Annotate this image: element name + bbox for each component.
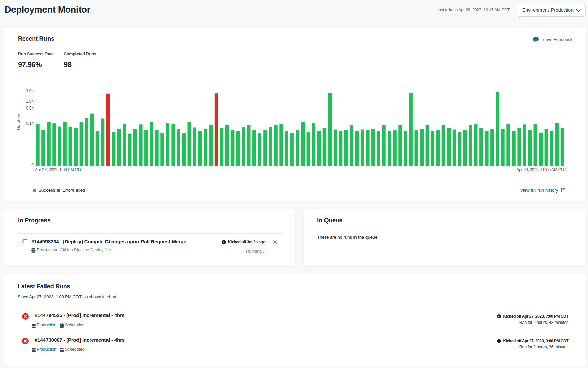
svg-text:0.5h: 0.5h: [26, 106, 34, 111]
svg-text:0.1h: 0.1h: [26, 121, 34, 126]
svg-text:Duration: Duration: [16, 114, 21, 130]
svg-text:Apr 28, 2023, 10:00 AM CDT: Apr 28, 2023, 10:00 AM CDT: [516, 167, 567, 172]
svg-text:Apr 27, 2023, 1:00 PM CDT: Apr 27, 2023, 1:00 PM CDT: [35, 167, 84, 172]
svg-text:3.0h: 3.0h: [26, 89, 34, 93]
svg-text:1.0h: 1.0h: [26, 99, 34, 104]
svg-text:0: 0: [31, 163, 34, 167]
